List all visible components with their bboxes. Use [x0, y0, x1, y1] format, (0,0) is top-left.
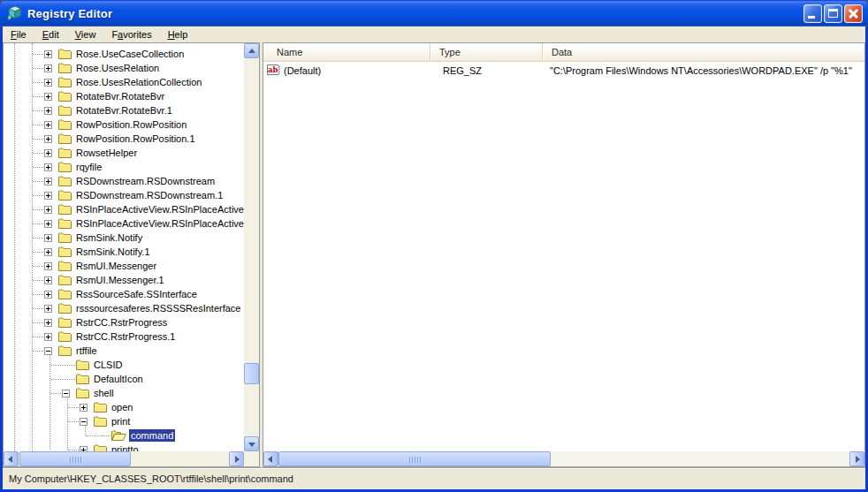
menu-help[interactable]: Help — [160, 27, 196, 42]
menu-file[interactable]: File — [3, 27, 34, 42]
tree-item-label: RsmUI.Messenger.1 — [74, 274, 166, 286]
folder-icon — [94, 402, 107, 413]
tree-item-rsmui-messenger-1[interactable]: RsmUI.Messenger.1 — [4, 273, 244, 287]
tree-item-defaulticon[interactable]: DefaultIcon — [4, 372, 244, 386]
tree-horizontal-scrollbar[interactable] — [4, 451, 244, 466]
tree-item-label: RstrCC.RstrProgress.1 — [74, 330, 177, 343]
tree-item-rsssourcesafe-ssinterface[interactable]: RssSourceSafe.SSInterface — [4, 287, 244, 301]
expand-plus-icon[interactable] — [44, 135, 58, 143]
tree-item-rstrcc-rstrprogress[interactable]: RstrCC.RstrProgress — [4, 315, 244, 329]
svg-text:ab: ab — [268, 65, 278, 74]
expand-plus-icon[interactable] — [44, 262, 58, 270]
tree-item-rotatebvr-rotatebvr[interactable]: RotateBvr.RotateBvr — [4, 89, 244, 103]
tree-item-rowposition-rowposition[interactable]: RowPosition.RowPosition — [4, 117, 244, 132]
list-horizontal-scrollbar[interactable] — [263, 451, 864, 466]
menu-edit[interactable]: Edit — [34, 27, 67, 42]
expand-plus-icon[interactable] — [44, 93, 58, 101]
collapse-minus-icon[interactable] — [44, 347, 58, 355]
minimize-button[interactable] — [803, 4, 822, 23]
scroll-right-button[interactable] — [229, 451, 244, 466]
tree-item-rsmsink-notify[interactable]: RsmSink.Notify — [4, 231, 244, 245]
expand-plus-icon[interactable] — [44, 319, 58, 327]
tree-item-rsinplaceactiveview-rsinplaceactivev[interactable]: RSInPlaceActiveView.RSInPlaceActiveV — [4, 202, 244, 216]
tree-vertical-scrollbar[interactable] — [244, 43, 259, 451]
horizontal-scroll-thumb[interactable] — [19, 451, 131, 466]
scroll-up-button[interactable] — [244, 43, 259, 58]
tree-item-rtffile[interactable]: rtffile — [4, 344, 244, 358]
folder-icon — [58, 49, 72, 59]
tree-item-printto[interactable]: printto — [4, 443, 244, 451]
expand-plus-icon[interactable] — [44, 248, 58, 256]
expand-plus-icon[interactable] — [44, 305, 58, 313]
tree-item-clsid[interactable]: CLSID — [4, 358, 244, 372]
expand-plus-icon[interactable] — [44, 149, 58, 157]
tree-item-label: Rose.UseCaseCollection — [74, 48, 186, 60]
folder-icon — [58, 119, 72, 130]
tree-item-label: RsmSink.Notify — [74, 231, 144, 244]
expand-plus-icon[interactable] — [44, 333, 58, 341]
value-row[interactable]: ab(Default)REG_SZ"C:\Program Files\Windo… — [265, 64, 863, 78]
close-button[interactable] — [844, 4, 863, 23]
tree-view[interactable]: Rose.UseCaseCollectionRose.UsesRelationR… — [4, 43, 244, 451]
expand-plus-icon[interactable] — [44, 291, 58, 299]
tree-item-open[interactable]: open — [4, 400, 244, 414]
tree-item-label: RssSourceSafe.SSInterface — [74, 288, 199, 300]
expand-plus-icon[interactable] — [44, 276, 58, 284]
scroll-down-button[interactable] — [244, 436, 259, 451]
tree-item-label: RstrCC.RstrProgress — [74, 316, 169, 329]
tree-item-rose-usesrelationcollection[interactable]: Rose.UsesRelationCollection — [4, 75, 244, 89]
expand-plus-icon[interactable] — [44, 192, 58, 200]
tree-item-rowposition-rowposition-1[interactable]: RowPosition.RowPosition.1 — [4, 132, 244, 146]
menu-favorites[interactable]: Favorites — [103, 27, 159, 42]
tree-item-rsssourcesaferes-rssssresinterface[interactable]: rsssourcesaferes.RSSSSResInterface — [4, 301, 244, 315]
tree-item-rsdownstream-rsdownstream-1[interactable]: RSDownstream.RSDownstream.1 — [4, 188, 244, 202]
vertical-scroll-thumb[interactable] — [244, 363, 259, 384]
tree-item-shell[interactable]: shell — [4, 386, 244, 400]
window-title: Registry Editor — [27, 7, 112, 20]
tree-item-command[interactable]: command — [4, 428, 244, 443]
title-bar[interactable]: Registry Editor — [0, 0, 868, 26]
column-header-type[interactable]: Type — [430, 43, 543, 61]
tree-item-rsdownstream-rsdownstream[interactable]: RSDownstream.RSDownstream — [4, 174, 244, 188]
collapse-minus-icon[interactable] — [62, 390, 76, 397]
expand-plus-icon[interactable] — [44, 178, 58, 185]
scroll-right-button[interactable] — [849, 451, 864, 466]
tree-item-label: rsssourcesaferes.RSSSSResInterface — [74, 302, 242, 314]
maximize-button[interactable] — [824, 4, 842, 23]
tree-item-rstrcc-rstrprogress-1[interactable]: RstrCC.RstrProgress.1 — [4, 329, 244, 344]
value-type: REG_SZ — [430, 65, 543, 76]
menu-view[interactable]: View — [67, 27, 104, 42]
expand-plus-icon[interactable] — [44, 79, 58, 87]
expand-plus-icon[interactable] — [44, 234, 58, 242]
content-area: Rose.UseCaseCollectionRose.UsesRelationR… — [3, 42, 865, 467]
tree-item-rsmui-messenger[interactable]: RsmUI.Messenger — [4, 259, 244, 273]
expand-plus-icon[interactable] — [44, 121, 58, 129]
expand-plus-icon[interactable] — [44, 50, 58, 58]
folder-icon — [58, 204, 72, 215]
scroll-left-button[interactable] — [263, 451, 278, 466]
horizontal-scroll-thumb[interactable] — [278, 451, 551, 466]
tree-item-rqyfile[interactable]: rqyfile — [4, 160, 244, 174]
scroll-left-button[interactable] — [4, 451, 19, 466]
folder-icon — [58, 218, 72, 229]
tree-item-rsinplaceactiveview-rsinplaceactivev[interactable]: RSInPlaceActiveView.RSInPlaceActiveV — [4, 216, 244, 231]
tree-item-rsmsink-notify-1[interactable]: RsmSink.Notify.1 — [4, 245, 244, 259]
collapse-minus-icon[interactable] — [80, 418, 94, 426]
expand-plus-icon[interactable] — [44, 206, 58, 214]
expand-plus-icon[interactable] — [44, 107, 58, 115]
folder-icon — [58, 91, 72, 102]
expand-plus-icon[interactable] — [80, 404, 94, 412]
expand-plus-icon[interactable] — [44, 163, 58, 171]
folder-icon — [58, 232, 72, 243]
tree-item-label: RsmUI.Messenger — [74, 260, 158, 272]
expand-plus-icon[interactable] — [44, 64, 58, 72]
column-header-data[interactable]: Data — [543, 43, 864, 61]
folder-icon — [58, 190, 72, 201]
tree-item-print[interactable]: print — [4, 414, 244, 428]
tree-item-rotatebvr-rotatebvr-1[interactable]: RotateBvr.RotateBvr.1 — [4, 103, 244, 117]
tree-item-rowsethelper[interactable]: RowsetHelper — [4, 146, 244, 160]
column-header-name[interactable]: Name — [263, 43, 430, 61]
tree-item-rose-usesrelation[interactable]: Rose.UsesRelation — [4, 61, 244, 75]
tree-item-rose-usecasecollection[interactable]: Rose.UseCaseCollection — [4, 47, 244, 61]
expand-plus-icon[interactable] — [44, 220, 58, 228]
